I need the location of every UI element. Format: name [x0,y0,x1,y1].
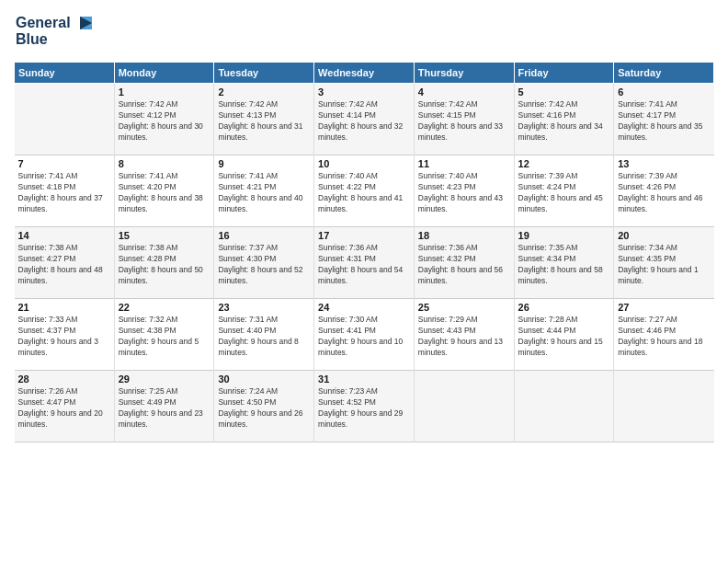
day-info: Sunrise: 7:28 AMSunset: 4:44 PMDaylight:… [518,315,610,359]
logo-icon: General Blue [14,9,97,51]
day-info: Sunrise: 7:31 AMSunset: 4:40 PMDaylight:… [218,315,310,359]
calendar-cell: 8Sunrise: 7:41 AMSunset: 4:20 PMDaylight… [114,155,214,227]
day-number: 1 [119,86,210,98]
calendar-cell: 9Sunrise: 7:41 AMSunset: 4:21 PMDaylight… [214,155,314,227]
day-number: 20 [618,230,710,241]
day-number: 6 [618,86,710,98]
calendar-table: SundayMondayTuesdayWednesdayThursdayFrid… [14,62,714,442]
calendar-cell [15,84,115,155]
day-number: 27 [618,302,710,313]
calendar-cell: 17Sunrise: 7:36 AMSunset: 4:31 PMDayligh… [314,227,415,299]
col-header-monday: Monday [114,63,214,84]
col-header-tuesday: Tuesday [214,63,314,84]
calendar-cell: 14Sunrise: 7:38 AMSunset: 4:27 PMDayligh… [15,227,115,299]
day-info: Sunrise: 7:41 AMSunset: 4:21 PMDaylight:… [218,171,310,215]
calendar-cell: 3Sunrise: 7:42 AMSunset: 4:14 PMDaylight… [314,84,415,155]
calendar-cell [514,371,614,442]
day-number: 13 [618,158,710,169]
day-info: Sunrise: 7:38 AMSunset: 4:27 PMDaylight:… [18,243,110,287]
day-info: Sunrise: 7:39 AMSunset: 4:26 PMDaylight:… [618,171,710,215]
calendar-cell: 18Sunrise: 7:36 AMSunset: 4:32 PMDayligh… [414,227,514,299]
day-info: Sunrise: 7:41 AMSunset: 4:18 PMDaylight:… [18,171,110,215]
day-number: 28 [18,373,110,385]
day-number: 11 [418,158,510,169]
col-header-sunday: Sunday [15,63,115,84]
calendar-cell: 26Sunrise: 7:28 AMSunset: 4:44 PMDayligh… [514,299,614,371]
day-number: 25 [418,302,510,313]
calendar-cell: 22Sunrise: 7:32 AMSunset: 4:38 PMDayligh… [114,299,214,371]
day-number: 26 [518,302,610,313]
day-info: Sunrise: 7:36 AMSunset: 4:32 PMDaylight:… [418,243,510,287]
day-number: 2 [218,86,310,98]
logo: General Blue [14,9,97,54]
calendar-cell: 19Sunrise: 7:35 AMSunset: 4:34 PMDayligh… [514,227,614,299]
calendar-cell: 12Sunrise: 7:39 AMSunset: 4:24 PMDayligh… [514,155,614,227]
day-number: 12 [518,158,610,169]
calendar-cell: 31Sunrise: 7:23 AMSunset: 4:52 PMDayligh… [314,371,415,442]
day-info: Sunrise: 7:40 AMSunset: 4:23 PMDaylight:… [418,171,510,215]
day-info: Sunrise: 7:24 AMSunset: 4:50 PMDaylight:… [218,386,310,431]
day-number: 8 [119,158,210,169]
week-row-2: 7Sunrise: 7:41 AMSunset: 4:18 PMDaylight… [15,155,714,227]
calendar-cell [614,371,714,442]
calendar-cell: 30Sunrise: 7:24 AMSunset: 4:50 PMDayligh… [214,371,314,442]
col-header-wednesday: Wednesday [314,63,415,84]
day-number: 14 [18,230,110,241]
calendar-cell [414,371,514,442]
day-number: 15 [119,230,210,241]
header-row: SundayMondayTuesdayWednesdayThursdayFrid… [15,63,714,84]
col-header-saturday: Saturday [614,63,714,84]
day-info: Sunrise: 7:42 AMSunset: 4:16 PMDaylight:… [518,99,610,144]
day-info: Sunrise: 7:41 AMSunset: 4:20 PMDaylight:… [119,171,210,215]
day-number: 9 [218,158,310,169]
calendar-cell: 13Sunrise: 7:39 AMSunset: 4:26 PMDayligh… [614,155,714,227]
day-number: 5 [518,86,610,98]
day-info: Sunrise: 7:42 AMSunset: 4:15 PMDaylight:… [418,99,510,144]
day-info: Sunrise: 7:33 AMSunset: 4:37 PMDaylight:… [18,315,110,359]
day-info: Sunrise: 7:39 AMSunset: 4:24 PMDaylight:… [518,171,610,215]
day-info: Sunrise: 7:32 AMSunset: 4:38 PMDaylight:… [119,315,210,359]
calendar-page: General Blue SundayMondayTuesdayWednesda… [0,0,728,563]
day-number: 17 [318,230,410,241]
week-row-5: 28Sunrise: 7:26 AMSunset: 4:47 PMDayligh… [15,371,714,442]
day-number: 16 [218,230,310,241]
calendar-cell: 1Sunrise: 7:42 AMSunset: 4:12 PMDaylight… [114,84,214,155]
day-info: Sunrise: 7:23 AMSunset: 4:52 PMDaylight:… [318,386,410,431]
day-number: 10 [318,158,410,169]
calendar-cell: 16Sunrise: 7:37 AMSunset: 4:30 PMDayligh… [214,227,314,299]
calendar-cell: 20Sunrise: 7:34 AMSunset: 4:35 PMDayligh… [614,227,714,299]
day-number: 29 [119,373,210,385]
day-info: Sunrise: 7:37 AMSunset: 4:30 PMDaylight:… [218,243,310,287]
calendar-cell: 23Sunrise: 7:31 AMSunset: 4:40 PMDayligh… [214,299,314,371]
calendar-cell: 29Sunrise: 7:25 AMSunset: 4:49 PMDayligh… [114,371,214,442]
day-info: Sunrise: 7:25 AMSunset: 4:49 PMDaylight:… [119,386,210,431]
day-number: 22 [119,302,210,313]
col-header-friday: Friday [514,63,614,84]
calendar-cell: 4Sunrise: 7:42 AMSunset: 4:15 PMDaylight… [414,84,514,155]
day-info: Sunrise: 7:38 AMSunset: 4:28 PMDaylight:… [119,243,210,287]
svg-text:Blue: Blue [16,31,48,47]
calendar-cell: 24Sunrise: 7:30 AMSunset: 4:41 PMDayligh… [314,299,415,371]
calendar-cell: 21Sunrise: 7:33 AMSunset: 4:37 PMDayligh… [15,299,115,371]
day-info: Sunrise: 7:34 AMSunset: 4:35 PMDaylight:… [618,243,710,287]
day-info: Sunrise: 7:36 AMSunset: 4:31 PMDaylight:… [318,243,410,287]
day-info: Sunrise: 7:41 AMSunset: 4:17 PMDaylight:… [618,99,710,144]
day-number: 19 [518,230,610,241]
week-row-1: 1Sunrise: 7:42 AMSunset: 4:12 PMDaylight… [15,84,714,155]
calendar-cell: 11Sunrise: 7:40 AMSunset: 4:23 PMDayligh… [414,155,514,227]
day-info: Sunrise: 7:30 AMSunset: 4:41 PMDaylight:… [318,315,410,359]
calendar-cell: 25Sunrise: 7:29 AMSunset: 4:43 PMDayligh… [414,299,514,371]
day-info: Sunrise: 7:26 AMSunset: 4:47 PMDaylight:… [18,386,110,431]
day-info: Sunrise: 7:42 AMSunset: 4:14 PMDaylight:… [318,99,410,144]
week-row-3: 14Sunrise: 7:38 AMSunset: 4:27 PMDayligh… [15,227,714,299]
day-number: 23 [218,302,310,313]
day-number: 30 [218,373,310,385]
week-row-4: 21Sunrise: 7:33 AMSunset: 4:37 PMDayligh… [15,299,714,371]
calendar-cell: 15Sunrise: 7:38 AMSunset: 4:28 PMDayligh… [114,227,214,299]
calendar-cell: 2Sunrise: 7:42 AMSunset: 4:13 PMDaylight… [214,84,314,155]
header: General Blue [14,9,714,54]
day-number: 18 [418,230,510,241]
day-number: 24 [318,302,410,313]
day-number: 7 [18,158,110,169]
calendar-cell: 10Sunrise: 7:40 AMSunset: 4:22 PMDayligh… [314,155,415,227]
